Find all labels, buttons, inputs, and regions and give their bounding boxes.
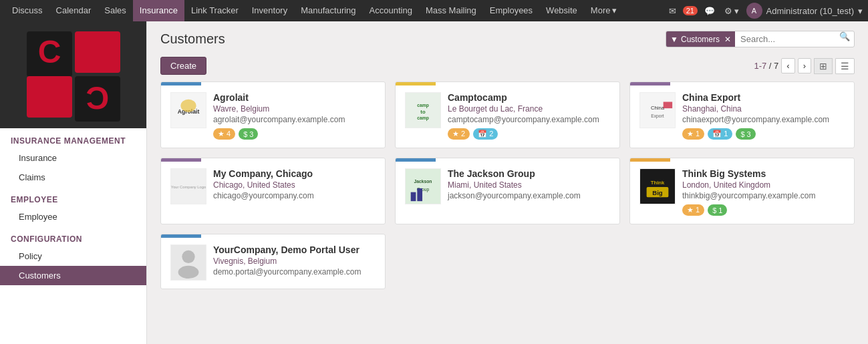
logo-china: China Export — [639, 92, 676, 128]
badge-star: ★ 2 — [448, 128, 470, 140]
pagination: 1-7 / 7 ‹ › ⊞ ☰ — [754, 58, 855, 74]
nav-calendar[interactable]: Calendar — [49, 0, 98, 21]
nav-accounting[interactable]: Accounting — [363, 0, 419, 21]
svg-rect-23 — [417, 188, 422, 201]
create-button[interactable]: Create — [160, 57, 206, 75]
avatar: A — [746, 3, 762, 19]
sidebar-item-claims[interactable]: Claims — [0, 168, 146, 187]
nav-sales[interactable]: Sales — [98, 0, 133, 21]
remove-filter-button[interactable]: ✕ — [724, 35, 731, 44]
nav-link-tracker[interactable]: Link Tracker — [184, 0, 245, 21]
toolbar: Create 1-7 / 7 ‹ › ⊞ ☰ — [147, 54, 868, 81]
sidebar-section-configuration: Configuration — [0, 226, 146, 246]
nav-mass-mailing[interactable]: Mass Mailing — [419, 0, 483, 21]
sidebar-item-customers[interactable]: Customers — [0, 266, 146, 285]
sidebar-section-insurance: Insurance Management — [0, 128, 146, 148]
card-badges: ★ 1 $ 1 — [682, 204, 845, 216]
badge-dollar: $ 1 — [708, 204, 727, 216]
svg-text:to: to — [420, 109, 426, 115]
customer-location: Vivegnis, Belgium — [213, 256, 376, 266]
svg-text:Big: Big — [652, 189, 663, 196]
customer-location: London, United Kingdom — [682, 180, 845, 190]
nav-insurance[interactable]: Insurance — [133, 0, 184, 21]
svg-point-30 — [178, 266, 199, 279]
pagination-total: 7 — [774, 61, 778, 71]
customer-name: My Company, Chicago — [213, 168, 376, 179]
nav-manufacturing[interactable]: Manufacturing — [294, 0, 362, 21]
app-body: C C Insurance Management Insurance Claim… — [0, 21, 868, 344]
customer-email: chinaexport@yourcompany.example.com — [682, 115, 845, 124]
logo-thinkbig: Think Big — [639, 168, 676, 204]
svg-text:China: China — [651, 105, 665, 111]
svg-rect-5 — [27, 76, 72, 118]
badge-star: ★ 1 — [682, 128, 704, 140]
top-navigation: Discuss Calendar Sales Insurance Link Tr… — [0, 0, 868, 21]
customer-email: camptocamp@yourcompany.example.com — [448, 115, 610, 124]
page-title: Customers — [160, 31, 225, 47]
sidebar-section-employee: Employee — [0, 187, 146, 207]
card-badges: ★ 4 $ 3 — [213, 128, 376, 140]
content-header: Customers ▼ Customers ✕ 🔍 — [147, 21, 868, 54]
customer-name: China Export — [682, 92, 845, 103]
nav-discuss[interactable]: Discuss — [5, 0, 49, 21]
nav-website[interactable]: Website — [539, 0, 584, 21]
svg-point-8 — [180, 100, 196, 112]
messages-icon[interactable]: ✉ — [666, 6, 679, 16]
svg-text:Your Company Logo: Your Company Logo — [171, 185, 206, 189]
customer-card-thinkbig[interactable]: Think Big Think Big Systems London, Unit… — [629, 158, 855, 224]
customer-card-jackson[interactable]: Jackson Group The Jackson Group Miami, U… — [395, 158, 620, 224]
user-menu[interactable]: A Administrator (10_test) ▾ — [746, 3, 863, 19]
logo-agrolait: Agrolait — [170, 92, 206, 128]
sidebar-item-employee[interactable]: Employee — [0, 207, 146, 226]
sidebar-item-policy[interactable]: Policy — [0, 246, 146, 266]
customer-name: YourCompany, Demo Portal User — [213, 244, 376, 255]
pagination-info: 1-7 / 7 — [754, 61, 778, 71]
svg-point-29 — [182, 250, 194, 263]
badge-calendar: 📅 1 — [708, 128, 732, 140]
pagination-next[interactable]: › — [798, 58, 811, 73]
svg-text:Think: Think — [651, 180, 665, 186]
customer-card-camptocamp[interactable]: camp to camp Camptocamp Le Bourget du La… — [395, 81, 620, 148]
search-input[interactable] — [735, 31, 835, 47]
pagination-prev[interactable]: ‹ — [781, 58, 794, 73]
logo-portal — [170, 244, 206, 281]
svg-rect-24 — [640, 169, 675, 204]
sidebar-item-insurance[interactable]: Insurance — [0, 148, 146, 168]
customer-location: Shanghai, China — [682, 104, 845, 114]
svg-text:C: C — [86, 80, 109, 116]
customer-card-demo-portal[interactable]: YourCompany, Demo Portal User Vivegnis, … — [160, 234, 386, 289]
card-badges: ★ 2 📅 2 — [448, 128, 610, 140]
badge-dollar: $ 3 — [736, 128, 755, 140]
customer-email: agrolait@yourcompany.example.com — [213, 115, 376, 124]
settings-icon[interactable]: ⚙ ▾ — [722, 6, 742, 16]
customer-card-agrolait[interactable]: Agrolait Agrolait Wavre, Belgium agrolai… — [160, 81, 386, 148]
nav-inventory[interactable]: Inventory — [245, 0, 294, 21]
customer-name: Think Big Systems — [682, 168, 845, 179]
kanban-view-button[interactable]: ⊞ — [814, 58, 833, 74]
user-chevron-icon: ▾ — [858, 6, 863, 16]
top-nav-right: ✉ 21 💬 ⚙ ▾ A Administrator (10_test) ▾ — [666, 3, 863, 19]
search-icon[interactable]: 🔍 — [835, 31, 854, 47]
filter-label: Customers — [681, 35, 720, 44]
svg-text:Jackson: Jackson — [414, 179, 432, 184]
list-view-button[interactable]: ☰ — [835, 58, 855, 74]
user-label: Administrator (10_test) — [766, 6, 855, 16]
customer-email: chicago@yourcompany.com — [213, 191, 376, 200]
pagination-current: 1-7 — [754, 61, 766, 71]
main-content: Customers ▼ Customers ✕ 🔍 Create 1-7 / 7 — [147, 21, 868, 344]
customer-name: Camptocamp — [448, 92, 610, 103]
nav-more[interactable]: More ▾ — [584, 0, 624, 21]
customer-card-my-company[interactable]: Your Company Logo My Company, Chicago Ch… — [160, 158, 386, 224]
logo-camptocamp: camp to camp — [405, 92, 441, 128]
card-badges: ★ 1 📅 1 $ 3 — [682, 128, 845, 140]
svg-text:C: C — [37, 34, 61, 69]
svg-text:camp: camp — [417, 103, 429, 108]
badge-star: ★ 1 — [682, 204, 704, 216]
filter-icon: ▼ — [670, 35, 678, 44]
badge-calendar: 📅 2 — [473, 128, 498, 140]
svg-rect-4 — [75, 31, 120, 73]
chat-icon[interactable]: 💬 — [702, 6, 718, 16]
customer-card-china-export[interactable]: China Export China Export Shanghai, Chin… — [629, 81, 855, 148]
active-filter-tag[interactable]: ▼ Customers ✕ — [666, 31, 735, 47]
nav-employees[interactable]: Employees — [483, 0, 539, 21]
